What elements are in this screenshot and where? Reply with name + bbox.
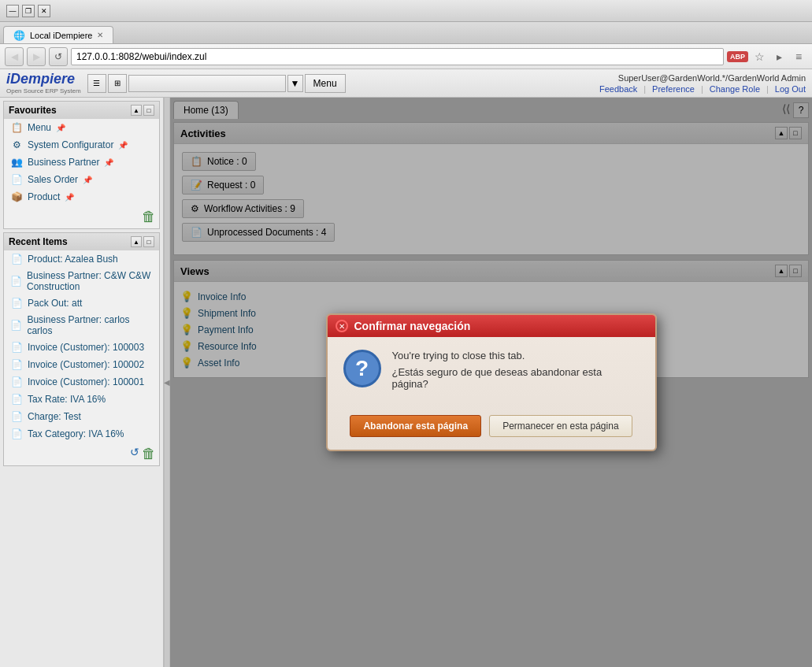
toolbar-icon-btn-1[interactable]: ☰: [87, 74, 106, 93]
dialog-title: Confirmar navegación: [354, 320, 471, 332]
business-partner-pin-icon: 📌: [104, 158, 113, 167]
browser-navbar: ◀ ▶ ↺ ABP ☆ ▸ ≡: [0, 44, 812, 69]
recycle-icon[interactable]: 🗑: [142, 209, 156, 225]
sidebar-item-product[interactable]: 📦 Product 📌: [4, 188, 159, 206]
recent-items-recycle-icon[interactable]: 🗑: [142, 446, 156, 462]
back-button[interactable]: ◀: [5, 47, 24, 66]
user-name: SuperUser@GardenWorld.*/GardenWorld Admi…: [599, 73, 806, 83]
content-area: Home (13) ⟨⟨ ? Activities ▲ □: [170, 98, 812, 667]
favourites-section: Favourites ▲ □ 📋 Menu 📌 ⚙ System Configu…: [3, 101, 160, 229]
menu-icon: 📋: [10, 121, 23, 134]
recent-item-label-6: Invoice (Customer): 100001: [28, 376, 144, 387]
sales-order-icon: 📄: [10, 173, 23, 186]
restore-button[interactable]: ❐: [22, 5, 35, 17]
recent-item-invoice-100001[interactable]: 📄 Invoice (Customer): 100001: [4, 373, 159, 391]
dialog-message-line1: You're trying to close this tab.: [392, 350, 640, 361]
recent-item-icon-1: 📄: [10, 275, 22, 287]
recent-item-invoice-100002[interactable]: 📄 Invoice (Customer): 100002: [4, 356, 159, 373]
confirm-navigation-dialog: ✕ Confirmar navegación ? You're trying t…: [326, 313, 657, 451]
sidebar-item-sales-order[interactable]: 📄 Sales Order 📌: [4, 171, 159, 188]
menu-button[interactable]: Menu: [305, 74, 346, 93]
recent-item-icon-0: 📄: [10, 253, 23, 265]
extensions-button[interactable]: ▸: [770, 48, 788, 65]
recent-item-label-2: Pack Out: att: [28, 298, 82, 309]
feedback-link[interactable]: Feedback: [599, 84, 637, 94]
dialog-footer: Abandonar esta página Permanecer en esta…: [328, 407, 655, 450]
preference-link[interactable]: Preference: [652, 84, 695, 94]
browser-menu-button[interactable]: ≡: [790, 48, 807, 65]
recent-items-collapse-button[interactable]: ▲: [131, 236, 142, 247]
search-field[interactable]: [128, 75, 286, 92]
favourites-title: Favourites: [9, 105, 57, 116]
sidebar-item-system-configurator-label: System Configurator: [28, 139, 113, 150]
favourites-collapse-button[interactable]: ▲: [131, 105, 142, 116]
recent-item-icon-4: 📄: [10, 341, 23, 354]
sidebar-item-menu-label: Menu: [28, 122, 51, 133]
sidebar: Favourites ▲ □ 📋 Menu 📌 ⚙ System Configu…: [0, 98, 164, 667]
sidebar-expander[interactable]: ◀: [164, 98, 170, 667]
recent-item-business-partner-carlos[interactable]: 📄 Business Partner: carlos carlos: [4, 312, 159, 339]
browser-titlebar: — ❐ ✕: [0, 0, 812, 22]
nav-right-buttons: ABP ☆ ▸ ≡: [727, 48, 807, 65]
recent-item-tax-category[interactable]: 📄 Tax Category: IVA 16%: [4, 425, 159, 443]
forward-button[interactable]: ▶: [27, 47, 46, 66]
recent-item-product-azalea[interactable]: 📄 Product: Azalea Bush: [4, 250, 159, 268]
logo-area: iDempiere Open Source ERP System ☰ ⊞ ▼ M…: [6, 71, 346, 95]
browser-tab[interactable]: 🌐 Local iDempiere ✕: [3, 26, 113, 43]
tab-close-button[interactable]: ✕: [97, 31, 103, 39]
favourites-bottom-buttons: 🗑: [4, 206, 159, 228]
toolbar-buttons: ☰ ⊞ ▼ Menu: [87, 74, 346, 93]
adblock-badge: ABP: [727, 51, 748, 62]
leave-page-button[interactable]: Abandonar esta página: [350, 415, 481, 437]
recent-item-tax-rate[interactable]: 📄 Tax Rate: IVA 16%: [4, 391, 159, 408]
toolbar-icon-btn-2[interactable]: ⊞: [108, 74, 127, 93]
recent-items-section: Recent Items ▲ □ 📄 Product: Azalea Bush …: [3, 232, 160, 466]
sidebar-item-system-configurator[interactable]: ⚙ System Configurator 📌: [4, 136, 159, 154]
recent-item-business-partner-cw[interactable]: 📄 Business Partner: C&W C&W Construction: [4, 268, 159, 295]
stay-page-button[interactable]: Permanecer en esta página: [489, 415, 632, 437]
recent-items-expand-button[interactable]: □: [143, 236, 154, 247]
favourites-expand-button[interactable]: □: [143, 105, 154, 116]
recent-item-charge[interactable]: 📄 Charge: Test: [4, 408, 159, 425]
favourites-header-buttons: ▲ □: [131, 105, 154, 116]
window-controls: — ❐ ✕: [6, 5, 50, 17]
bookmark-button[interactable]: ☆: [751, 48, 768, 65]
system-configurator-icon: ⚙: [10, 139, 23, 151]
product-icon: 📦: [10, 191, 23, 203]
recent-item-pack-out[interactable]: 📄 Pack Out: att: [4, 295, 159, 312]
address-bar[interactable]: [71, 48, 724, 65]
sidebar-item-business-partner-label: Business Partner: [28, 157, 99, 168]
sidebar-item-menu[interactable]: 📋 Menu 📌: [4, 119, 159, 136]
recent-item-label-0: Product: Azalea Bush: [28, 254, 118, 265]
dialog-question-icon: ?: [343, 350, 381, 387]
main-content: Favourites ▲ □ 📋 Menu 📌 ⚙ System Configu…: [0, 98, 812, 667]
sidebar-item-sales-order-label: Sales Order: [28, 174, 78, 185]
logo: iDempiere Open Source ERP System: [6, 71, 81, 95]
recent-items-header-buttons: ▲ □: [131, 236, 154, 247]
log-out-link[interactable]: Log Out: [775, 84, 806, 94]
recent-item-icon-8: 📄: [10, 410, 23, 423]
recent-item-icon-2: 📄: [10, 297, 23, 309]
sidebar-item-product-label: Product: [28, 191, 60, 202]
recent-items-title: Recent Items: [9, 236, 68, 247]
sales-order-pin-icon: 📌: [83, 176, 92, 184]
dialog-close-button[interactable]: ✕: [336, 320, 348, 332]
recent-item-label-3: Business Partner: carlos carlos: [27, 314, 153, 336]
minimize-button[interactable]: —: [6, 5, 19, 17]
recent-items-refresh-icon[interactable]: ↺: [130, 446, 139, 462]
dialog-text: You're trying to close this tab. ¿Estás …: [392, 350, 640, 395]
recent-items-header: Recent Items ▲ □: [4, 233, 159, 250]
search-dropdown-arrow[interactable]: ▼: [287, 75, 303, 92]
sidebar-item-business-partner[interactable]: 👥 Business Partner 📌: [4, 154, 159, 171]
recent-item-label-8: Charge: Test: [28, 411, 81, 422]
change-role-link[interactable]: Change Role: [710, 84, 760, 94]
recent-item-label-5: Invoice (Customer): 100002: [28, 359, 144, 370]
tab-bar: 🌐 Local iDempiere ✕: [0, 22, 812, 44]
business-partner-icon: 👥: [10, 156, 23, 169]
refresh-button[interactable]: ↺: [49, 47, 68, 66]
dialog-message-line2: ¿Estás seguro de que deseas abandonar es…: [392, 366, 640, 390]
recent-item-invoice-100003[interactable]: 📄 Invoice (Customer): 100003: [4, 339, 159, 356]
favourites-header: Favourites ▲ □: [4, 102, 159, 119]
recent-item-icon-3: 📄: [10, 319, 22, 332]
close-window-button[interactable]: ✕: [38, 5, 50, 17]
